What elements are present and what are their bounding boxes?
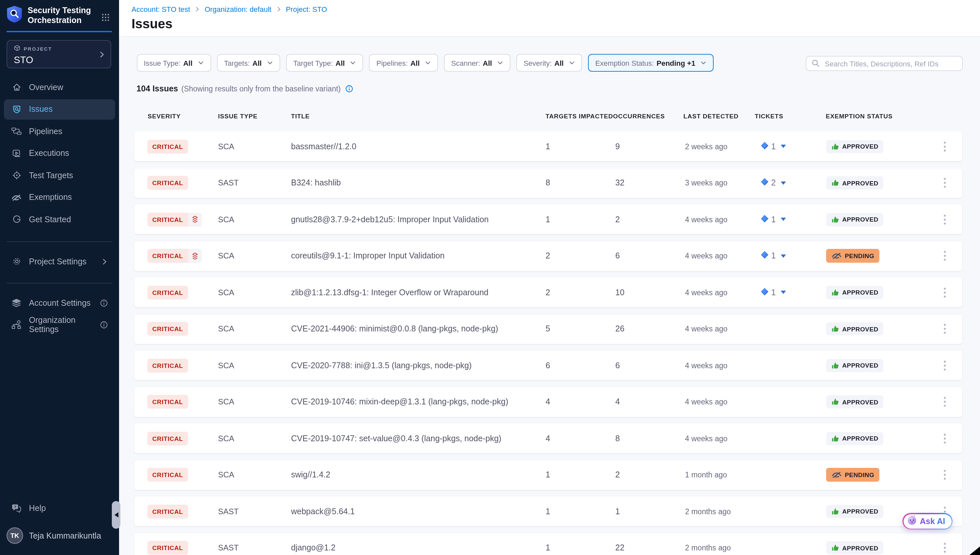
issue-title[interactable]: CVE-2021-44906: minimist@0.0.8 (lang-pkg… [291,324,498,334]
filter-targets[interactable]: Targets:All [217,54,280,72]
sidebar-item-account-settings[interactable]: Account Settings [4,293,115,313]
issue-title[interactable]: gnutls28@3.7.9-2+deb12u5: Improper Input… [291,215,489,224]
filter-exemption-status[interactable]: Exemption Status:Pending +1 [588,54,714,72]
issue-type: SCA [218,361,234,370]
caret-down-icon[interactable] [781,218,786,221]
issue-row[interactable]: CRITICALSASTwebpack@5.64.1112 months ago… [134,496,962,526]
info-icon[interactable] [345,85,353,93]
search-icon [812,58,820,69]
sidebar-item-label: Get Started [29,215,71,224]
module-grid-icon[interactable] [101,13,110,24]
issue-row[interactable]: CRITICALSASTB324: hashlib8323 weeks ago2… [134,168,962,197]
info-icon[interactable] [100,321,108,329]
filter-target-type[interactable]: Target Type:All [286,54,363,72]
ticket-cell[interactable]: 2 [760,177,786,189]
issue-row[interactable]: CRITICALSCACVE-2020-7788: ini@1.3.5 (lan… [134,350,962,380]
ticket-count: 1 [771,288,776,297]
issue-type: SCA [218,470,234,480]
row-menu-kebab-icon[interactable] [940,138,949,154]
issue-title[interactable]: webpack@5.64.1 [291,507,355,516]
severity-badge: CRITICAL [147,140,188,153]
row-menu-kebab-icon[interactable] [940,211,949,228]
ticket-cell[interactable]: 1 [760,140,786,152]
issue-row[interactable]: CRITICALSCACVE-2019-10746: mixin-deep@1.… [134,387,962,417]
sidebar-item-label: Exemptions [29,192,72,202]
issue-title[interactable]: CVE-2020-7788: ini@1.3.5 (lang-pkgs, nod… [291,361,472,370]
sidebar-item-label: Executions [29,149,69,158]
issue-row[interactable]: CRITICALSCAgnutls28@3.7.9-2+deb12u5: Imp… [134,205,962,234]
issue-row[interactable]: CRITICALSCACVE-2019-10747: set-value@0.4… [134,423,962,453]
sidebar-item-overview[interactable]: Overview [4,77,115,97]
issue-row[interactable]: CRITICALSCAswig//1.4.2121 month agoPENDI… [134,460,962,489]
ticket-cell[interactable]: 1 [760,213,786,225]
breadcrumb-link[interactable]: Organization: default [205,5,271,13]
issue-title[interactable]: zlib@1:1.2.13.dfsg-1: Integer Overflow o… [291,288,488,297]
sidebar-item-project-settings[interactable]: Project Settings [4,251,115,271]
sidebar-item-help[interactable]: ?Help [4,498,115,518]
issue-count: 104 Issues [136,84,178,93]
caret-down-icon[interactable] [781,254,786,257]
info-icon[interactable] [100,299,108,307]
sidebar-collapse-handle[interactable] [112,501,120,529]
issue-title[interactable]: swig//1.4.2 [291,470,330,480]
sidebar-item-label: Pipelines [29,127,62,136]
search-input[interactable] [823,59,957,68]
row-menu-kebab-icon[interactable] [940,539,949,555]
project-selector[interactable]: PROJECT STO [6,40,111,68]
issue-row[interactable]: CRITICALSCAzlib@1:1.2.13.dfsg-1: Integer… [134,278,962,307]
issue-row[interactable]: CRITICALSCACVE-2021-44906: minimist@0.0.… [134,314,962,343]
caret-down-icon[interactable] [781,145,786,148]
sidebar-item-pipelines[interactable]: Pipelines [4,121,115,141]
issue-row[interactable]: CRITICALSCAbassmaster//1.2.0192 weeks ag… [134,132,962,161]
caret-down-icon[interactable] [781,291,786,294]
filter-issue-type[interactable]: Issue Type:All [136,54,211,72]
row-menu-kebab-icon[interactable] [940,248,949,264]
exemption-status-label: APPROVED [842,398,878,406]
row-menu-kebab-icon[interactable] [940,357,949,374]
caret-down-icon[interactable] [781,181,786,184]
issue-type: SCA [218,142,234,151]
row-menu-kebab-icon[interactable] [940,175,949,191]
sidebar-item-get-started[interactable]: Get Started [4,209,115,229]
filter-label: Targets: [224,59,250,67]
exemption-status-badge: APPROVED [826,395,884,408]
row-menu-kebab-icon[interactable] [940,430,949,446]
severity-layers-icon [188,212,202,226]
row-menu-kebab-icon[interactable] [940,321,949,337]
issue-title[interactable]: CVE-2019-10747: set-value@0.4.3 (lang-pk… [291,434,502,443]
last-detected: 4 weeks ago [685,325,727,333]
last-detected: 2 months ago [685,544,731,552]
ai-mascot-icon [906,514,917,528]
baseline-note: (Showing results only from the baseline … [181,85,341,93]
user-menu[interactable]: TK Teja Kummarikuntla [6,528,101,544]
sidebar-item-executions[interactable]: Executions [4,143,115,164]
brand: Security Testing Orchestration [6,5,93,26]
issue-title[interactable]: B324: hashlib [291,178,341,188]
ticket-cell[interactable]: 1 [760,250,786,262]
severity-badge: CRITICAL [147,176,188,190]
sidebar-item-label: Organization Settings [29,315,93,334]
issue-title[interactable]: django@1.2 [291,543,335,552]
ask-ai-button[interactable]: Ask AI [902,513,953,529]
sidebar-item-exemptions[interactable]: Exemptions [4,187,115,207]
issue-title[interactable]: bassmaster//1.2.0 [291,142,356,151]
sidebar-item-organization-settings[interactable]: Organization Settings [4,314,115,335]
issue-row[interactable]: CRITICALSCAcoreutils@9.1-1: Improper Inp… [134,241,962,271]
row-menu-kebab-icon[interactable] [940,393,949,410]
breadcrumb-link[interactable]: Project: STO [286,5,327,13]
row-menu-kebab-icon[interactable] [940,284,949,300]
filter-pipelines[interactable]: Pipelines:All [369,54,438,72]
filter-severity[interactable]: Severity:All [516,54,582,72]
sidebar-item-issues[interactable]: Issues [4,99,115,119]
issue-title[interactable]: CVE-2019-10746: mixin-deep@1.3.1 (lang-p… [291,397,508,406]
filter-scanner[interactable]: Scanner:All [444,54,510,72]
issue-row[interactable]: CRITICALSASTdjango@1.21222 months agoAPP… [134,533,962,555]
last-detected: 4 weeks ago [685,434,727,442]
ticket-cell[interactable]: 1 [760,286,786,298]
sidebar-item-test-targets[interactable]: Test Targets [4,165,115,185]
column-header-severity: SEVERITY [148,112,181,120]
exemption-status-badge: APPROVED [826,286,884,299]
issue-title[interactable]: coreutils@9.1-1: Improper Input Validati… [291,251,444,260]
breadcrumb-link[interactable]: Account: STO test [132,5,190,13]
row-menu-kebab-icon[interactable] [940,467,949,483]
